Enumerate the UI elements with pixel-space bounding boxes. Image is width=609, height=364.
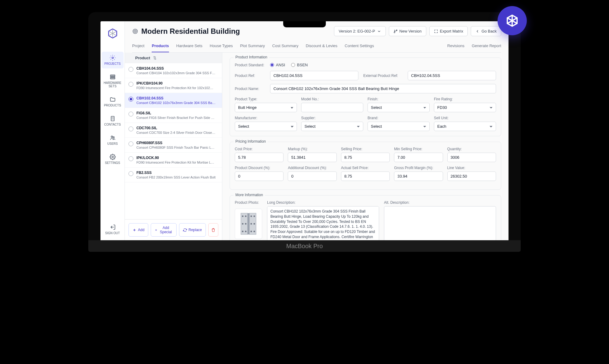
legend: More Information [234,193,265,197]
btn-label: Export Matrix [440,29,463,33]
linevalue-input[interactable] [447,172,496,181]
product-row[interactable]: IPK/CBH104.90FD90 Intumescent Fire Prote… [125,78,222,93]
product-row[interactable]: CBH104.04.SSSConsort CBH104 102x102x3mm … [125,63,222,78]
product-desc: FD90 Intumescent Fire Protection Kit for… [136,161,216,164]
radio-bsen[interactable]: BSEN [291,63,308,67]
tab-discount-levies[interactable]: Discount & Levies [306,41,337,52]
tab-cost-summary[interactable]: Cost Summary [272,41,298,52]
new-version-button[interactable]: New Version [389,26,426,36]
svg-point-16 [242,223,244,225]
product-name-input[interactable] [270,84,496,93]
label-quantity: Quantity: [447,147,496,151]
floating-logo-badge [498,6,527,35]
nav-users[interactable]: USERS [102,132,124,148]
tab-plot-summary[interactable]: Plot Summary [240,41,265,52]
tab-hardware-sets[interactable]: Hardware Sets [176,41,202,52]
nav-hardware-sets[interactable]: HARDWARE SETS [102,71,124,91]
badge-logo-icon [505,13,519,28]
tab-content-settings[interactable]: Content Settings [345,41,374,52]
svg-point-20 [251,216,252,217]
nav-projects[interactable]: PROJECTS [102,52,124,68]
brand-select[interactable]: Select [368,122,430,131]
product-desc: Consort FB2 200x19mm SSS Lever Action Fl… [136,175,216,179]
ext-ref-input[interactable] [408,71,496,80]
product-desc: Consort CBH104 102x102x3mm Grade 304 SSS… [136,71,216,75]
cost-input[interactable] [235,153,283,162]
page-title: Modern Residential Building [141,27,240,36]
hinge-icon [239,212,258,236]
go-back-button[interactable]: Go Back [471,26,501,36]
svg-point-6 [113,137,114,138]
model-input[interactable] [301,103,363,112]
delete-button[interactable] [208,223,218,237]
radio-ansi[interactable]: ANSI [270,63,285,67]
refresh-icon [183,228,187,232]
legend: Product Information [234,55,269,59]
svg-point-21 [254,216,255,217]
arrow-left-icon [475,29,480,33]
minselling-input[interactable] [394,153,443,162]
gear-icon [110,55,116,61]
product-row[interactable]: CPH6080F.SSSConsort CPH6080F SSS Finish … [125,138,222,153]
nav-products[interactable]: PRODUCTS [102,93,124,110]
replace-button[interactable]: Replace [179,223,206,237]
label-linevalue: Line Value: [447,166,496,170]
selling-input[interactable] [341,153,390,162]
label-photo: Product Photo: [235,200,262,205]
settings-icon [110,154,116,160]
sellunit-select[interactable]: Each [434,122,496,131]
markup-input[interactable] [288,153,336,162]
tab-generate-report[interactable]: Generate Report [472,41,501,52]
tab-revisions[interactable]: Revisions [447,41,464,52]
svg-rect-1 [110,75,115,76]
radio-icon [128,141,133,146]
label-type: Product Type: [235,97,297,101]
add-button[interactable]: Add [128,223,148,237]
export-matrix-button[interactable]: Export Matrix [429,26,468,36]
product-row[interactable]: FIG6.SILConsort FIG6 Silver Finish Brack… [125,108,222,123]
nav-sign-out[interactable]: SIGN OUT [102,221,124,238]
folder-icon [110,96,116,102]
tab-project[interactable]: Project [132,41,144,52]
fire-select[interactable]: FD30 [434,103,496,112]
label-minselling: Min Selling Price: [394,147,443,151]
product-row[interactable]: IPK/LOCK.90FD90 Intumescent Fire Protect… [125,153,222,168]
tab-house-types[interactable]: House Types [210,41,233,52]
quantity-input[interactable] [447,153,496,162]
btn-label: New Version [400,29,422,33]
product-row[interactable]: CDC700.SILConsort CDC700 Size 2-4 Silver… [125,123,222,138]
svg-point-18 [242,231,244,232]
label-pdiscount: Product Discount (%): [235,166,283,170]
label-brand: Brand: [368,116,430,120]
product-desc: FD90 Intumescent Fire Protection Kit for… [136,86,216,90]
label-selling: Selling Price: [341,147,390,151]
product-list-panel: Product ⇅ CBH104.04.SSSConsort CBH104 10… [125,53,222,240]
add-special-button[interactable]: Add Special [151,223,177,237]
adiscount-input[interactable] [288,172,336,181]
nav-settings[interactable]: SETTINGS [102,151,124,168]
actualsell-input[interactable] [341,172,390,181]
label-grossprofit: Gross Profit Margin (%): [394,166,443,170]
product-desc: Consort FIG6 Silver Finish Bracket For P… [136,116,216,120]
svg-point-23 [254,223,255,225]
grossprofit-input[interactable] [394,172,443,181]
longdesc-textarea[interactable] [267,206,379,240]
list-header[interactable]: Product ⇅ [125,53,222,63]
product-row[interactable]: CBH102.04.5SSConsort CBH102 102x76x3mm G… [125,93,222,108]
version-selector[interactable]: Version 2: EG-002-P [334,26,385,36]
finish-select[interactable]: Select [368,103,430,112]
type-select[interactable]: Butt Hinge [235,103,297,112]
product-ref-input[interactable] [270,71,358,80]
supplier-select[interactable]: Select [301,122,363,131]
nav-label: PROJECTS [104,62,121,65]
tab-products[interactable]: Products [152,41,169,52]
nav-contacts[interactable]: CONTACTS [102,113,124,129]
pdiscount-input[interactable] [235,172,283,181]
product-info-fieldset: Product Information Product Standard: AN… [230,57,501,136]
logo-icon [107,27,119,40]
pricing-fieldset: Pricing Information Cost Price: Markup (… [230,142,501,190]
manufacturer-select[interactable]: Select [235,122,297,131]
altdesc-textarea[interactable] [384,206,496,240]
building-icon [110,116,116,122]
product-row[interactable]: FB2.SSSConsort FB2 200x19mm SSS Lever Ac… [125,168,222,182]
